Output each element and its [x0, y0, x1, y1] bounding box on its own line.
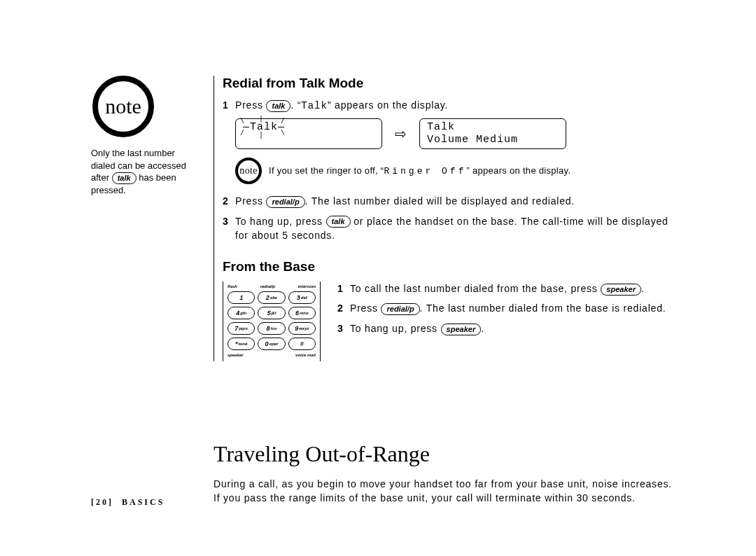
main-content: Redial from Talk Mode 1 Press talk. “Tal… — [214, 76, 672, 361]
heading-from-base: From the Base — [223, 259, 672, 274]
keypad-key: 5jkl — [258, 307, 285, 319]
keypad-key: 9wxyz — [288, 322, 316, 335]
talk-button-pill: talk — [266, 100, 290, 112]
speaker-button-pill: speaker — [601, 284, 641, 296]
lcd-left: —Talk— \ / / \ | | — [235, 118, 382, 149]
keypad-key: 3def — [288, 291, 316, 304]
base-step-1: 1 To call the last number dialed from th… — [337, 282, 672, 296]
body-out-of-range: During a call, as you begin to move your… — [214, 477, 672, 506]
keypad-key: 6mno — [288, 307, 316, 319]
inline-note: note If you set the ringer to off, “Ring… — [235, 158, 672, 184]
sidebar-note: note Only the last number dialed can be … — [91, 76, 200, 197]
step-1: 1 Press talk. “Talk” appears on the disp… — [223, 98, 672, 113]
keypad-key: *tone — [227, 338, 255, 350]
keypad-key: 7pqrs — [227, 322, 255, 335]
talk-button-pill: talk — [112, 172, 136, 184]
keypad-key: 4ghi — [227, 307, 255, 319]
note-label: note — [105, 95, 141, 118]
heading-redial: Redial from Talk Mode — [223, 76, 672, 91]
keypad-key: 1 — [227, 291, 255, 304]
speaker-button-pill: speaker — [441, 324, 482, 335]
redial-button-pill: redial/p — [381, 303, 419, 315]
note-circle-small-icon: note — [235, 158, 262, 184]
step-2: 2 Press redial/p. The last number dialed… — [223, 194, 672, 208]
redial-button-pill: redial/p — [266, 196, 304, 208]
keypad-illustration: flash redial/p intercom 12abc3def4ghi5jk… — [223, 282, 321, 361]
section-out-of-range: Traveling Out-of-Range During a call, as… — [214, 420, 672, 506]
arrow-right-icon: ⇨ — [395, 125, 407, 142]
heading-out-of-range: Traveling Out-of-Range — [214, 441, 672, 467]
base-step-2: 2 Press redial/p. The last number dialed… — [337, 301, 672, 315]
lcd-displays: —Talk— \ / / \ | | ⇨ Talk Volume Medium — [235, 118, 672, 149]
sidebar-note-text: Only the last number dialed can be acces… — [91, 147, 200, 197]
keypad-key: 8tuv — [258, 322, 285, 335]
base-step-3: 3 To hang up, press speaker. — [337, 321, 672, 335]
keypad-key: 0oper — [258, 338, 285, 350]
keypad-key: 2abc — [258, 291, 285, 304]
talk-button-pill: talk — [326, 216, 351, 228]
step-3: 3 To hang up, press talk or place the ha… — [223, 214, 672, 243]
note-circle-icon: note — [92, 76, 154, 137]
lcd-right: Talk Volume Medium — [419, 118, 566, 149]
keypad-key: # — [288, 338, 316, 350]
